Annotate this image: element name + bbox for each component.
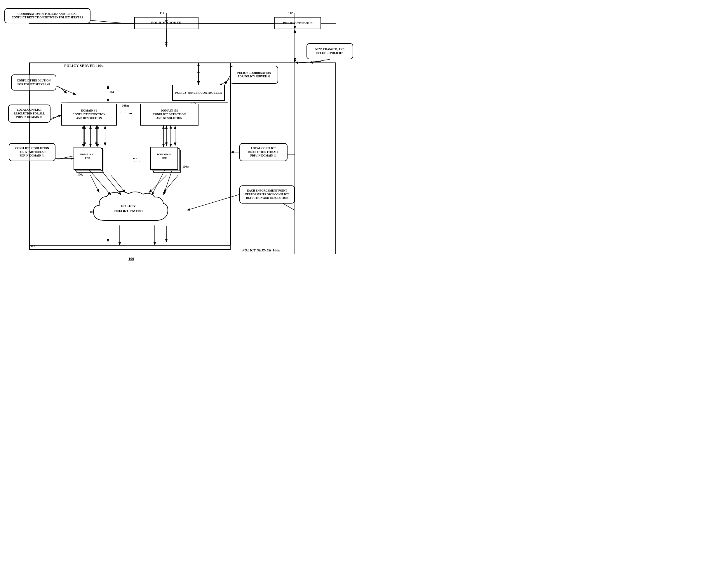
callout-coord-global: COORDINATION OF POLICIES AND GLOBAL CONF… [4,8,90,23]
svg-line-28 [85,20,126,23]
callout-local-conflict-right: LOCAL CONFLICT RESOLUTION FOR ALL PDPs I… [239,143,288,161]
callout-conflict-res-particular: CONFLICT RESOLUTION FOR A PARTICULAR PDP… [9,143,55,161]
ref-104: 104 [109,90,114,94]
svg-line-37 [295,61,321,63]
dots-domain: ··· [120,111,127,116]
domainM-pdp-stack: DOMAIN #1 PDP ··· [150,147,182,173]
svg-text:POLICY: POLICY [121,204,136,208]
ref-110: 110 [90,210,94,213]
diagram: POLICY BROKER 114 POLICY CONSOLE 112 101… [0,0,364,282]
policy-server-100n-label: POLICY SERVER 100n [242,248,281,252]
dots-pdp: ··· [134,159,141,164]
callout-conflict-res-ps1: CONFLICT RESOLUTION FOR POLICY SERVER #1 [11,74,56,90]
domain1-pdp-stack: DOMAIN #1 PDP ··· [74,147,106,173]
domain1-conflict-box: DOMAIN #1 CONFLICT DETECTION AND RESOULT… [61,104,117,125]
ref-106m: 106m [182,165,189,168]
ref-108m: 108m [122,104,129,107]
callout-new-changed-deleted: NEW, CHANGED, AND DELETED POLICIES [306,43,353,59]
policy-server-controller-box: POLICY SERVER CONTROLLER [172,85,225,101]
callout-local-conflict-pdps1: LOCAL CONFLICT RESOLUTION FOR ALL PDPs I… [8,104,50,123]
policy-broker-box: POLICY BROKER [134,17,198,29]
domainM-conflict-box: DOMAIN #M CONFLICT DETECTION AND RESOLUT… [140,104,198,125]
svg-text:ENFORCEMENT: ENFORCEMENT [114,209,144,213]
ref-114: 114 [160,11,164,15]
ref-112-top: 112 [288,11,293,15]
ref-112-bottom: 112 [31,245,35,248]
policy-console-box: POLICY CONSOLE [274,17,321,29]
callout-each-enforcement: EACH ENFORCEMENT POINT PERFORMS ITS OWN … [239,185,295,203]
callout-policy-coord-ps1: POLICY COORDINATION FOR POLICY SERVER #1 [230,66,278,84]
policy-enforcement-cloud: POLICY ENFORCEMENT [88,191,169,226]
svg-line-75 [309,59,330,63]
ref-100: 100 [128,256,134,261]
ref-106-1: 1061 [77,173,83,177]
